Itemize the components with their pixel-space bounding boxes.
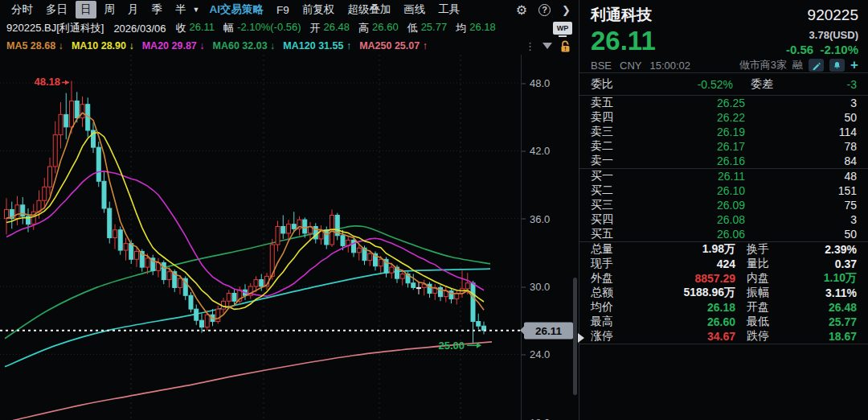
bid-levels: 买一26.1148买二26.10151买三26.0975买四26.083买五26… — [579, 169, 868, 241]
market-maker-label: 做市商3家 — [739, 58, 787, 72]
stat-value: 26.48 — [785, 301, 857, 314]
toolbar-menu-画线[interactable]: 画线 — [397, 1, 432, 19]
toolbar-tab-多日[interactable]: 多日 — [39, 1, 74, 19]
bid-row-买五[interactable]: 买五26.0650 — [579, 227, 868, 241]
ma-legend-MA20[interactable]: MA20 29.87 ↓ — [142, 40, 205, 51]
bid-row-买四[interactable]: 买四26.083 — [579, 212, 868, 227]
stat-row-现手: 现手424量比0.37 — [579, 257, 868, 271]
bid-row-买三[interactable]: 买三26.0975 — [579, 198, 868, 212]
toolbar-menu-F9[interactable]: F9 — [270, 2, 296, 18]
level-label: 卖五 — [591, 96, 641, 110]
stat-label: 均价 — [591, 300, 629, 315]
toolbar-tab-周[interactable]: 周 — [98, 1, 122, 19]
axis-tick-30.0: 30.0 — [530, 281, 550, 293]
candlestick-chart[interactable]: 48.1825.00 — [0, 55, 522, 420]
svg-text:25.00: 25.00 — [438, 340, 465, 352]
price-change: -0.56 -2.10% — [786, 43, 858, 56]
add-watchlist-icon[interactable]: + — [850, 59, 858, 72]
toolbar-menu-工具[interactable]: 工具 — [432, 1, 466, 19]
ma-legend-MA60[interactable]: MA60 32.03 ↓ — [213, 40, 276, 51]
stat-label: 总量 — [591, 242, 629, 257]
stat-row-均价: 均价26.18开盘26.48 — [579, 300, 868, 315]
field-label: 幅 — [223, 21, 234, 35]
weicha-label: 委差 — [751, 77, 773, 92]
stat-value: 3.11% — [785, 286, 857, 299]
period-dropdown-caret-icon[interactable]: ▼ — [193, 6, 203, 14]
ask-row-卖二[interactable]: 卖二26.1778 — [579, 139, 868, 154]
stat-label: 跌停 — [747, 329, 785, 344]
edit-pencil-icon[interactable] — [809, 59, 824, 72]
level-volume: 75 — [745, 199, 857, 212]
stock-code: 920225 — [808, 6, 858, 24]
stock-name: 利通科技 — [591, 5, 652, 26]
ask-row-卖四[interactable]: 卖四26.2250 — [579, 110, 868, 125]
stat-label: 振幅 — [747, 286, 785, 300]
level-label: 买二 — [591, 183, 641, 198]
stat-value: 8857.29 — [629, 272, 735, 285]
bid-row-买一[interactable]: 买一26.1148 — [579, 169, 868, 183]
level-volume: 50 — [745, 228, 857, 241]
ask-row-卖五[interactable]: 卖五26.253 — [579, 96, 868, 110]
axis-tick-48.0: 48.0 — [530, 77, 550, 89]
unlock-alert-icon[interactable]: ! — [559, 39, 572, 53]
toolbar-tab-季[interactable]: 季 — [145, 1, 170, 19]
period-toolbar: 分时多日日周月季半 ▼ AI交易策略F9前复权超级叠加画线工具 ⚙ ? ❯ — [0, 0, 579, 19]
field-value: 26.18 — [469, 21, 496, 35]
stat-label: 换手 — [747, 242, 785, 257]
ma-items: MA5 28.68 ↓MA10 28.90 ↓MA20 29.87 ↓MA60 … — [6, 40, 436, 51]
level-label: 买一 — [591, 169, 641, 183]
expand-chevron-icon[interactable]: ❯ — [562, 4, 571, 16]
wp-monitor-icon[interactable]: WP — [553, 22, 572, 35]
toolbar-tab-月[interactable]: 月 — [121, 1, 145, 19]
toolbar-tab-日[interactable]: 日 — [76, 1, 96, 19]
weibi-label: 委比 — [591, 77, 641, 92]
level-label: 买五 — [591, 227, 641, 241]
field-value: 25.77 — [421, 21, 448, 35]
stat-value: 26.60 — [629, 315, 735, 328]
ask-row-卖三[interactable]: 卖三26.19114 — [579, 125, 868, 139]
more-options-icon[interactable]: ⋮ — [525, 40, 536, 52]
ohlc-field-开: 开26.48 — [310, 21, 350, 35]
svg-text:!: ! — [564, 46, 566, 51]
toolbar-tab-半[interactable]: 半 — [169, 1, 193, 19]
settings-gear-icon[interactable]: ⚙ — [516, 2, 527, 18]
level-price: 26.08 — [641, 213, 745, 226]
panel-collapse-arrow[interactable] — [578, 333, 584, 343]
stat-value: 34.67 — [629, 330, 735, 343]
ohlc-info-bar: 920225.BJ[利通科技] 2026/03/06 收26.11幅-2.10%… — [0, 19, 579, 37]
help-icon[interactable]: ? — [538, 4, 551, 16]
ohlc-field-高: 高26.60 — [358, 21, 399, 35]
level-label: 卖一 — [591, 154, 641, 168]
level-volume: 78 — [745, 140, 857, 153]
toolbar-menu-AI交易策略[interactable]: AI交易策略 — [203, 1, 270, 19]
toolbar-menu-超级叠加[interactable]: 超级叠加 — [341, 1, 397, 19]
level-volume: 151 — [745, 184, 857, 197]
ma-legend-MA5[interactable]: MA5 28.68 ↓ — [6, 40, 63, 51]
divider — [579, 344, 868, 344]
level-price: 26.25 — [641, 97, 745, 109]
field-label: 开 — [310, 21, 321, 35]
toolbar-tabs: 分时多日日周月季半 — [5, 1, 193, 19]
stat-value: 5188.96万 — [629, 286, 735, 300]
bid-row-买二[interactable]: 买二26.10151 — [579, 183, 868, 198]
alert-bell-icon[interactable] — [829, 59, 845, 72]
level-label: 买四 — [591, 212, 641, 227]
collapse-caret-icon[interactable] — [542, 43, 552, 49]
ohlc-fields: 收26.11幅-2.10%(-0.56)开26.48高26.60低25.77均2… — [175, 21, 504, 35]
currency-label: CNY — [620, 60, 641, 72]
ask-row-卖一[interactable]: 卖一26.1684 — [579, 154, 868, 168]
ma-legend-MA10[interactable]: MA10 28.90 ↓ — [72, 40, 134, 51]
symbol-code: 920225.BJ[利通科技] — [6, 21, 104, 35]
level-volume: 114 — [745, 126, 857, 138]
stat-label: 外盘 — [591, 271, 629, 286]
level-price: 26.11 — [641, 170, 745, 183]
ma-legend-MA250[interactable]: MA250 25.07 ↑ — [359, 40, 428, 51]
ma-legend-MA120[interactable]: MA120 31.55 ↑ — [283, 40, 351, 51]
toolbar-menu-前复权[interactable]: 前复权 — [296, 1, 342, 19]
current-price-tag: 26.11 — [524, 322, 573, 339]
usd-price: 3.78(USD) — [786, 29, 858, 41]
toolbar-tab-分时[interactable]: 分时 — [5, 1, 39, 19]
field-value: 26.48 — [324, 21, 350, 35]
axis-scrollbar[interactable] — [573, 278, 577, 395]
candlestick-chart-area[interactable]: 48.1825.00 48.042.036.030.024.018.026.11 — [0, 55, 579, 420]
